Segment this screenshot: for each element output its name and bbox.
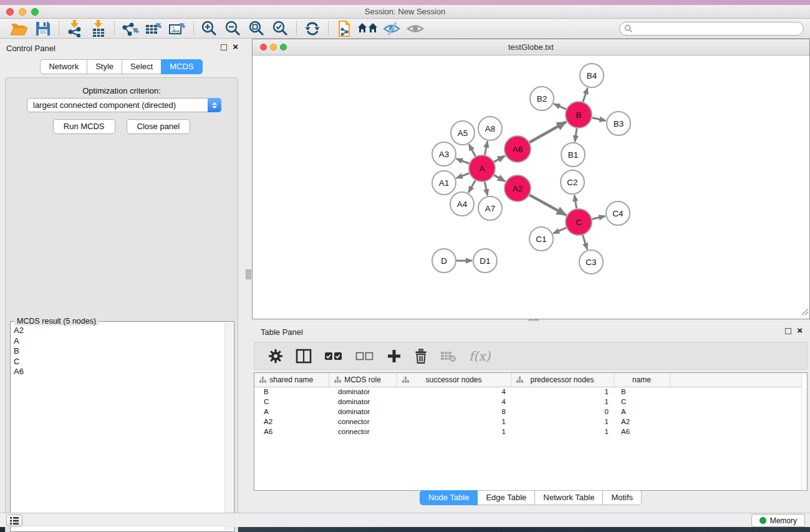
table-row[interactable]: A2connector11A2: [254, 417, 807, 427]
node-A4[interactable]: A4: [450, 192, 474, 216]
node-B[interactable]: B: [566, 102, 592, 128]
home-pair-icon[interactable]: [356, 19, 380, 38]
node-A7[interactable]: A7: [478, 196, 502, 220]
node-B3[interactable]: B3: [607, 112, 630, 135]
add-column-icon[interactable]: [387, 349, 402, 364]
float-panel-icon[interactable]: [221, 44, 227, 51]
table-close-panel-icon[interactable]: ×: [797, 325, 803, 336]
save-session-icon[interactable]: [31, 19, 55, 38]
optimization-criterion-dropdown[interactable]: largest connected component (directed): [27, 98, 221, 112]
run-mcds-button[interactable]: Run MCDS: [53, 119, 115, 134]
table-row[interactable]: A6connector11A6: [254, 427, 807, 437]
window-resize-grip[interactable]: [800, 307, 809, 318]
result-scrollbar[interactable]: [224, 322, 233, 531]
node-table[interactable]: shared nameMCDS rolesuccessor nodesprede…: [254, 372, 808, 491]
vertical-divider-handle[interactable]: [246, 269, 251, 279]
eye-visible-icon[interactable]: [403, 19, 427, 38]
close-panel-button[interactable]: Close panel: [127, 119, 191, 134]
node-A2[interactable]: A2: [504, 175, 531, 201]
node-A3[interactable]: A3: [432, 142, 456, 166]
export-network-icon[interactable]: [118, 19, 142, 38]
node-C2[interactable]: C2: [561, 170, 584, 194]
column-view-icon[interactable]: [296, 349, 312, 364]
node-B2[interactable]: B2: [530, 87, 554, 110]
mcds-result-item[interactable]: C: [14, 357, 224, 367]
edge-A-A5[interactable]: [469, 144, 475, 156]
table-row[interactable]: Adominator80A: [254, 407, 807, 417]
edge-C-C4[interactable]: [592, 216, 605, 220]
mcds-result-item[interactable]: B: [14, 346, 224, 357]
zoom-out-icon[interactable]: [221, 19, 245, 38]
table-float-panel-icon[interactable]: [785, 328, 791, 334]
select-all-checked-icon[interactable]: [324, 351, 343, 362]
edge-A6-B[interactable]: [529, 122, 566, 142]
table-row[interactable]: Bdominator41B: [254, 387, 807, 397]
node-B1[interactable]: B1: [561, 143, 585, 167]
edge-A-A8[interactable]: [485, 142, 487, 155]
node-C4[interactable]: C4: [606, 201, 630, 225]
tab-style[interactable]: Style: [87, 59, 122, 74]
refresh-icon[interactable]: [301, 19, 324, 38]
node-A8[interactable]: A8: [478, 117, 502, 140]
node-B4[interactable]: B4: [580, 64, 604, 87]
settings-gear-icon[interactable]: [268, 349, 283, 364]
column-header-name[interactable]: name: [614, 373, 670, 387]
node-C3[interactable]: C3: [579, 250, 603, 274]
edge-B-B4[interactable]: [583, 88, 587, 102]
network-window-titlebar[interactable]: testGlobe.txt: [253, 39, 809, 56]
export-table-icon[interactable]: [142, 19, 166, 38]
select-none-unchecked-icon[interactable]: [355, 351, 374, 362]
column-header-shared_name[interactable]: shared name: [254, 373, 329, 387]
node-A6[interactable]: A6: [504, 136, 531, 162]
node-D1[interactable]: D1: [473, 249, 497, 273]
mcds-result-item[interactable]: A2: [14, 326, 224, 336]
edge-A2-C[interactable]: [529, 195, 566, 215]
table-scrollbar[interactable]: [801, 373, 807, 490]
tab-network-table[interactable]: Network Table: [534, 490, 603, 505]
edge-A-A4[interactable]: [468, 180, 475, 193]
memory-button[interactable]: Memory: [751, 514, 805, 527]
edge-A-A2[interactable]: [494, 175, 505, 181]
tab-mcds[interactable]: MCDS: [161, 59, 202, 74]
node-C1[interactable]: C1: [529, 227, 553, 251]
eye-hidden-icon[interactable]: [380, 19, 403, 38]
zoom-fit-icon[interactable]: [245, 19, 269, 38]
close-panel-icon[interactable]: ×: [233, 41, 238, 52]
search-input[interactable]: [633, 24, 789, 33]
edge-B-B3[interactable]: [592, 118, 605, 121]
network-canvas[interactable]: B4B2BB3A8A5A6A3B1AC2A1A2A4A7C4CC1DD1C3: [253, 56, 809, 321]
edge-A-A7[interactable]: [485, 182, 487, 196]
node-A[interactable]: A: [469, 155, 495, 181]
export-image-icon[interactable]: [166, 19, 190, 38]
edge-C-C2[interactable]: [574, 195, 576, 209]
document-network-icon[interactable]: [332, 19, 356, 38]
tab-node-table[interactable]: Node Table: [420, 490, 478, 505]
tab-network[interactable]: Network: [40, 59, 87, 74]
node-A5[interactable]: A5: [451, 121, 475, 145]
column-header-predecessor[interactable]: predecessor nodes: [511, 373, 614, 387]
task-history-button[interactable]: [6, 515, 22, 526]
column-header-successor[interactable]: successor nodes: [397, 373, 511, 387]
edge-C-C1[interactable]: [553, 228, 566, 233]
table-row[interactable]: Cdominator41C: [254, 397, 807, 407]
node-table-header-row[interactable]: shared nameMCDS rolesuccessor nodesprede…: [254, 373, 807, 387]
tab-select[interactable]: Select: [122, 59, 162, 74]
zoom-selected-icon[interactable]: [269, 19, 292, 38]
search-field[interactable]: [619, 22, 804, 36]
edge-A-A1[interactable]: [456, 173, 470, 178]
tab-motifs[interactable]: Motifs: [602, 490, 642, 505]
node-C[interactable]: C: [566, 209, 592, 235]
mcds-result-list[interactable]: A2ABCA6: [11, 326, 224, 530]
mcds-result-item[interactable]: A6: [14, 367, 224, 377]
node-D[interactable]: D: [432, 249, 456, 273]
column-header-mcds_role[interactable]: MCDS role: [329, 373, 397, 387]
edge-A-A6[interactable]: [494, 156, 504, 162]
open-file-icon[interactable]: [7, 19, 31, 38]
edge-B-B2[interactable]: [554, 104, 566, 109]
tab-edge-table[interactable]: Edge Table: [477, 490, 535, 505]
edge-C-C3[interactable]: [583, 235, 587, 249]
node-A1[interactable]: A1: [432, 171, 456, 195]
edge-A-A3[interactable]: [456, 158, 470, 163]
delete-column-trash-icon[interactable]: [414, 349, 428, 364]
import-table-icon[interactable]: [87, 19, 110, 38]
